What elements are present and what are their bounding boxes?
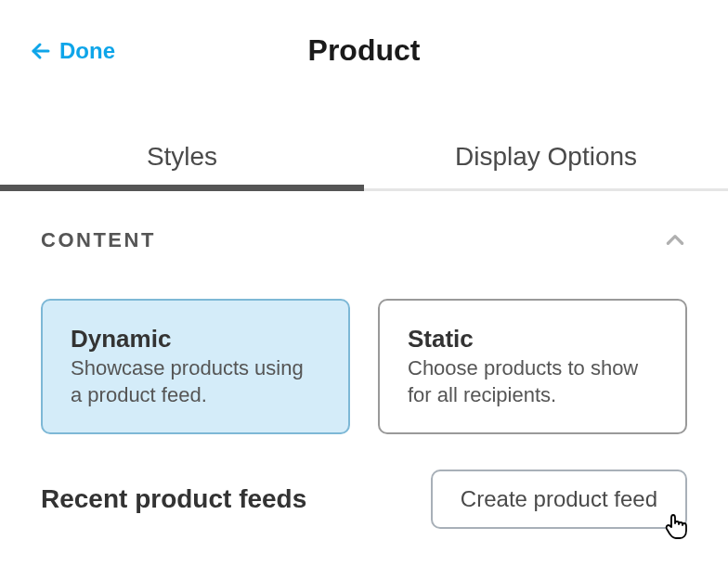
done-label: Done [59,38,115,64]
option-description: Showcase products using a product feed. [71,355,320,408]
page-title: Product [30,33,698,68]
tab-display-options[interactable]: Display Options [364,127,728,188]
section-header[interactable]: CONTENT [41,228,687,252]
section-title: CONTENT [41,228,156,252]
feeds-row: Recent product feeds Create product feed [41,470,687,529]
content-options: Dynamic Showcase products using a produc… [41,299,687,434]
option-title: Static [408,325,657,354]
back-arrow-icon [30,40,52,62]
recent-feeds-title: Recent product feeds [41,484,306,514]
option-description: Choose products to show for all recipien… [408,355,657,408]
option-static[interactable]: Static Choose products to show for all r… [378,299,687,434]
tab-styles[interactable]: Styles [0,127,364,188]
content-area: CONTENT Dynamic Showcase products using … [0,191,728,529]
create-product-feed-button[interactable]: Create product feed [431,470,687,529]
option-dynamic[interactable]: Dynamic Showcase products using a produc… [41,299,350,434]
header: Done Product [0,0,728,90]
chevron-up-icon [663,228,687,252]
tabs: Styles Display Options [0,127,728,191]
tab-label: Styles [147,142,217,171]
done-button[interactable]: Done [30,38,115,64]
option-title: Dynamic [71,325,320,354]
create-button-label: Create product feed [461,486,657,511]
tab-label: Display Options [455,142,637,171]
